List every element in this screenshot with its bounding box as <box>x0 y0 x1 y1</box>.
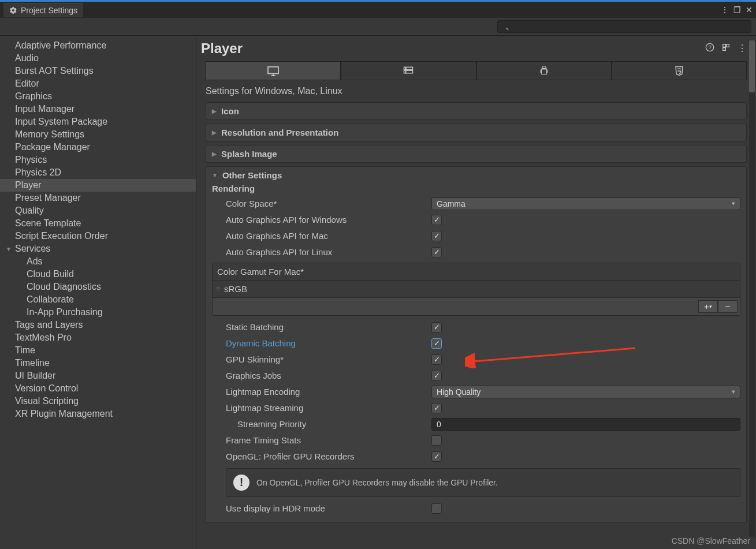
sidebar-item-quality[interactable]: Quality <box>0 204 196 217</box>
svg-point-10 <box>405 68 407 69</box>
sidebar-item-preset[interactable]: Preset Manager <box>0 192 196 204</box>
sidebar-item-time[interactable]: Time <box>0 344 196 357</box>
platform-tabs <box>206 61 747 80</box>
sidebar-item-physics[interactable]: Physics <box>0 154 196 166</box>
tab-desktop[interactable] <box>206 61 341 80</box>
sidebar-item-collaborate[interactable]: Collaborate <box>0 293 196 306</box>
graphics-jobs-check[interactable]: ✓ <box>431 371 442 381</box>
sidebar-item-tmp[interactable]: TextMesh Pro <box>0 331 196 344</box>
auto-api-linux-check[interactable]: ✓ <box>431 247 442 257</box>
lightmap-encoding-label: Lightmap Encoding <box>212 387 431 397</box>
svg-text:?: ? <box>708 44 711 50</box>
sidebar-item-memory[interactable]: Memory Settings <box>0 128 196 141</box>
sidebar-item-input-manager[interactable]: Input Manager <box>0 103 196 115</box>
svg-point-11 <box>405 72 407 73</box>
sidebar-item-timeline[interactable]: Timeline <box>0 357 196 369</box>
foldout-icon[interactable]: ▶Icon <box>206 102 747 120</box>
color-gamut-header: Color Gamut For Mac* <box>213 263 740 281</box>
more-icon[interactable]: ⋮ <box>721 5 729 14</box>
sidebar-item-adaptive[interactable]: Adaptive Performance <box>0 39 196 52</box>
sidebar-item-audio[interactable]: Audio <box>0 52 196 65</box>
frame-timing-check[interactable] <box>431 435 442 446</box>
tab-webgl[interactable] <box>612 61 747 80</box>
info-icon: ! <box>233 475 249 491</box>
rendering-heading: Rendering <box>212 184 740 193</box>
svg-rect-5 <box>268 67 278 74</box>
search-row <box>0 18 756 36</box>
opengl-recorders-label: OpenGL: Profiler GPU Recorders <box>212 451 431 461</box>
tab-android[interactable] <box>476 61 612 80</box>
lightmap-encoding-dropdown[interactable]: High Quality <box>431 386 740 398</box>
platform-section-title: Settings for Windows, Mac, Linux <box>196 84 756 102</box>
sidebar: Adaptive Performance Audio Burst AOT Set… <box>0 36 196 549</box>
sidebar-item-version-control[interactable]: Version Control <box>0 382 196 395</box>
scrollbar-thumb[interactable] <box>749 40 755 92</box>
dynamic-batching-label: Dynamic Batching <box>212 338 431 348</box>
foldout-other-head[interactable]: ▼Other Settings <box>212 170 740 180</box>
sidebar-item-tags[interactable]: Tags and Layers <box>0 319 196 331</box>
sidebar-item-package-manager[interactable]: Package Manager <box>0 141 196 154</box>
hdr-mode-check[interactable] <box>431 503 442 514</box>
window-tab[interactable]: Project Settings <box>3 3 83 17</box>
opengl-recorders-check[interactable]: ✓ <box>431 451 442 462</box>
search-input[interactable] <box>497 20 751 33</box>
chevron-right-icon: ▶ <box>212 151 217 157</box>
help-icon[interactable]: ? <box>705 43 714 54</box>
sidebar-group-services[interactable]: ▼Services <box>0 242 196 255</box>
lightmap-streaming-check[interactable]: ✓ <box>431 403 442 413</box>
sidebar-item-graphics[interactable]: Graphics <box>0 90 196 103</box>
color-gamut-list: Color Gamut For Mac* sRGB +▾ − <box>212 263 740 316</box>
color-space-dropdown[interactable]: Gamma <box>431 197 740 210</box>
gear-icon <box>9 6 17 14</box>
foldout-resolution[interactable]: ▶Resolution and Presentation <box>206 124 747 141</box>
add-button[interactable]: +▾ <box>698 300 718 313</box>
chevron-right-icon: ▶ <box>212 108 217 114</box>
graphics-jobs-label: Graphics Jobs <box>212 371 431 380</box>
sidebar-item-player[interactable]: Player <box>0 179 196 192</box>
sidebar-item-xr[interactable]: XR Plugin Management <box>0 408 196 420</box>
preset-icon[interactable] <box>721 43 731 54</box>
close-icon[interactable]: ✕ <box>746 5 753 14</box>
svg-point-12 <box>542 68 543 68</box>
chevron-down-icon: ▼ <box>6 246 13 252</box>
sidebar-item-input-system[interactable]: Input System Package <box>0 115 196 128</box>
sidebar-item-script-order[interactable]: Script Execution Order <box>0 230 196 242</box>
remove-button[interactable]: − <box>718 300 738 313</box>
auto-api-mac-check[interactable]: ✓ <box>431 231 442 241</box>
list-item[interactable]: sRGB <box>213 281 740 297</box>
sidebar-item-ads[interactable]: Ads <box>0 255 196 268</box>
html5-icon <box>674 66 684 76</box>
foldout-splash[interactable]: ▶Splash Image <box>206 145 747 163</box>
sidebar-item-cloud-diag[interactable]: Cloud Diagnostics <box>0 281 196 293</box>
menu-icon[interactable]: ⋮ <box>738 43 747 54</box>
auto-api-win-label: Auto Graphics API for Windows <box>212 215 431 225</box>
sidebar-item-visual-scripting[interactable]: Visual Scripting <box>0 395 196 408</box>
sidebar-item-burst[interactable]: Burst AOT Settings <box>0 65 196 77</box>
frame-timing-label: Frame Timing Stats <box>212 435 431 445</box>
sidebar-item-cloud-build[interactable]: Cloud Build <box>0 268 196 281</box>
page-title: Player <box>201 40 705 57</box>
static-batching-check[interactable]: ✓ <box>431 322 442 333</box>
sidebar-item-physics2d[interactable]: Physics 2D <box>0 166 196 179</box>
color-space-label: Color Space* <box>212 199 431 208</box>
titlebar: Project Settings ⋮ ❐ ✕ <box>0 2 756 18</box>
scrollbar-track <box>749 40 755 537</box>
android-icon <box>539 66 549 76</box>
chevron-right-icon: ▶ <box>212 129 217 136</box>
gpu-skinning-check[interactable]: ✓ <box>431 354 442 365</box>
sidebar-item-iap[interactable]: In-App Purchasing <box>0 306 196 319</box>
sidebar-item-editor[interactable]: Editor <box>0 77 196 90</box>
streaming-priority-field[interactable]: 0 <box>431 418 740 431</box>
chevron-down-icon: ▼ <box>212 172 218 178</box>
sidebar-item-scene-template[interactable]: Scene Template <box>0 217 196 230</box>
hdr-mode-label: Use display in HDR mode <box>212 503 431 513</box>
streaming-priority-label: Streaming Priority <box>212 419 431 429</box>
info-box: ! On OpenGL, Profiler GPU Recorders may … <box>226 468 740 497</box>
desktop-icon <box>267 66 280 76</box>
dynamic-batching-check[interactable]: ✓ <box>431 338 442 349</box>
tab-server[interactable] <box>341 61 476 80</box>
auto-api-mac-label: Auto Graphics API for Mac <box>212 231 431 241</box>
sidebar-item-ui-builder[interactable]: UI Builder <box>0 369 196 382</box>
maximize-icon[interactable]: ❐ <box>733 5 741 14</box>
auto-api-win-check[interactable]: ✓ <box>431 215 442 225</box>
